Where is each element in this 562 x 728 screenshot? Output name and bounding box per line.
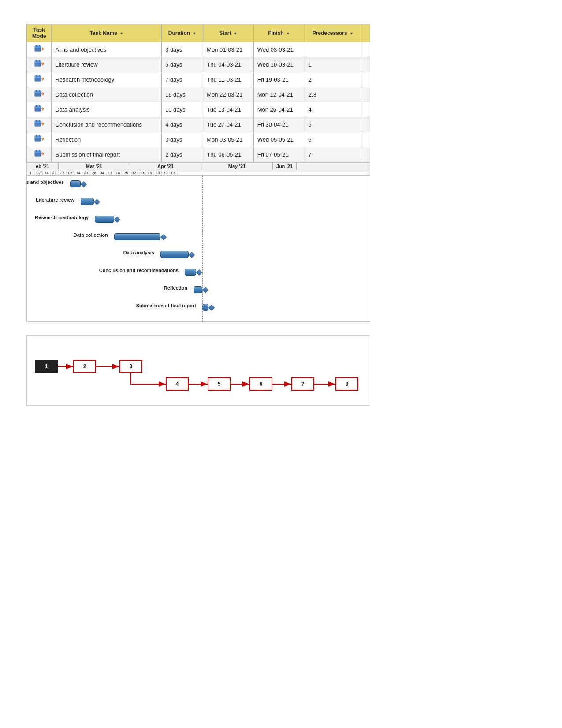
network-diagram: 12345678 (26, 335, 370, 406)
gantt-chart-body: Aims and objectivesLiterature reviewRese… (27, 176, 370, 321)
gantt-bar (81, 198, 94, 205)
duration-cell: 4 days (162, 117, 203, 132)
duration-cell: 3 days (162, 42, 203, 57)
finish-cell: Wed 03-03-21 (253, 42, 305, 57)
task-name-cell: Data analysis (52, 102, 162, 117)
gantt-day-label: 07 (35, 170, 43, 175)
start-cell: Tue 13-04-21 (203, 102, 253, 117)
gantt-bar-connector (94, 199, 100, 205)
start-cell: Mon 01-03-21 (203, 42, 253, 57)
task-mode-icon (34, 135, 44, 144)
task-mode-cell (27, 147, 52, 162)
start-cell: Thu 04-03-21 (203, 57, 253, 72)
gantt-today-line (202, 176, 203, 321)
task-mode-icon (34, 45, 44, 54)
network-box-7: 7 (291, 377, 314, 391)
network-box-8: 8 (335, 377, 358, 391)
task-mode-cell (27, 72, 52, 87)
duration-cell: 2 days (162, 147, 203, 162)
table-row: Literature review5 daysThu 04-03-21Wed 1… (27, 57, 370, 72)
extra-cell (361, 132, 370, 147)
task-mode-cell (27, 102, 52, 117)
task-name-cell: Reflection (52, 132, 162, 147)
gantt-bar-label: Reflection (164, 285, 189, 291)
gantt-month-label: Mar '21 (59, 163, 130, 170)
predecessors-cell: 2 (305, 72, 361, 87)
table-row: Aims and objectives3 daysMon 01-03-21Wed… (27, 42, 370, 57)
extra-cell (361, 117, 370, 132)
task-mode-icon (34, 60, 44, 69)
network-box-4: 4 (166, 377, 189, 391)
col-predecessors: Predecessors ▼ (305, 24, 361, 42)
gantt-day-label: 06 (170, 170, 178, 175)
col-finish: Finish ▼ (253, 24, 305, 42)
duration-cell: 16 days (162, 87, 203, 102)
predecessors-cell: 2,3 (305, 87, 361, 102)
gantt-bar (202, 304, 208, 311)
gantt-bar-label: Literature review (36, 197, 76, 202)
gantt-day-label: 21 (82, 170, 90, 175)
task-name-cell: Submission of final report (52, 147, 162, 162)
svg-rect-21 (35, 121, 41, 123)
col-duration: Duration ▼ (162, 24, 203, 42)
task-mode-icon (34, 120, 44, 129)
gantt-bar (70, 180, 81, 187)
col-start: Start ▼ (203, 24, 253, 42)
gantt-bar-connector (208, 305, 215, 311)
gantt-bar-connector (196, 269, 202, 276)
extra-cell (361, 42, 370, 57)
predecessors-cell: 7 (305, 147, 361, 162)
duration-cell: 3 days (162, 132, 203, 147)
svg-rect-13 (35, 91, 41, 93)
predecessors-cell: 4 (305, 102, 361, 117)
finish-cell: Fri 30-04-21 (253, 117, 305, 132)
network-box-3: 3 (119, 360, 142, 373)
start-cell: Thu 06-05-21 (203, 147, 253, 162)
gantt-day-label: 28 (59, 170, 67, 175)
gantt-day-label: 14 (43, 170, 51, 175)
extra-cell (361, 57, 370, 72)
extra-cell (361, 87, 370, 102)
start-cell: Mon 03-05-21 (203, 132, 253, 147)
predecessors-cell: 6 (305, 132, 361, 147)
gantt-day-label: 09 (138, 170, 146, 175)
gantt-day-label: 25 (122, 170, 130, 175)
svg-rect-9 (35, 76, 41, 78)
gantt-day-label: 11 (106, 170, 114, 175)
svg-rect-1 (35, 46, 41, 48)
network-box-2: 2 (73, 360, 96, 373)
task-name-cell: Aims and objectives (52, 42, 162, 57)
finish-cell: Fri 07-05-21 (253, 147, 305, 162)
gantt-day-label: 02 (130, 170, 138, 175)
table-row: Data analysis10 daysTue 13-04-21Mon 26-0… (27, 102, 370, 117)
gantt-bar (114, 233, 160, 240)
gantt-day-label: 1 (27, 170, 35, 175)
task-name-cell: Research methodology (52, 72, 162, 87)
svg-rect-25 (35, 136, 41, 138)
gantt-day-label: 23 (154, 170, 162, 175)
predecessors-cell: 5 (305, 117, 361, 132)
task-mode-cell (27, 87, 52, 102)
task-mode-cell (27, 57, 52, 72)
table-row: Reflection3 daysMon 03-05-21Wed 05-05-21… (27, 132, 370, 147)
col-extra (361, 24, 370, 42)
task-mode-cell (27, 132, 52, 147)
gantt-bar-label: Research methodology (35, 215, 90, 220)
task-name-cell: Data collection (52, 87, 162, 102)
finish-cell: Fri 19-03-21 (253, 72, 305, 87)
task-mode-icon (34, 75, 44, 84)
gantt-day-row: 1071421280714212804111825020916233006 (27, 170, 370, 176)
gantt-table: TaskMode Task Name ▼ Duration ▼ Start ▼ … (26, 24, 370, 162)
gantt-day-label: 30 (162, 170, 170, 175)
gantt-day-label: 07 (67, 170, 74, 175)
duration-cell: 5 days (162, 57, 203, 72)
gantt-month-label: Apr '21 (130, 163, 201, 170)
table-row: Conclusion and recommendations4 daysTue … (27, 117, 370, 132)
svg-rect-5 (35, 61, 41, 63)
gantt-month-label: May '21 (201, 163, 273, 170)
task-name-cell: Conclusion and recommendations (52, 117, 162, 132)
gantt-bar-label: Conclusion and recommendations (99, 268, 180, 273)
start-cell: Thu 11-03-21 (203, 72, 253, 87)
svg-rect-29 (35, 151, 41, 153)
gantt-chart-area: eb '21Mar '21Apr '21May '21Jun '21 10714… (26, 162, 370, 322)
